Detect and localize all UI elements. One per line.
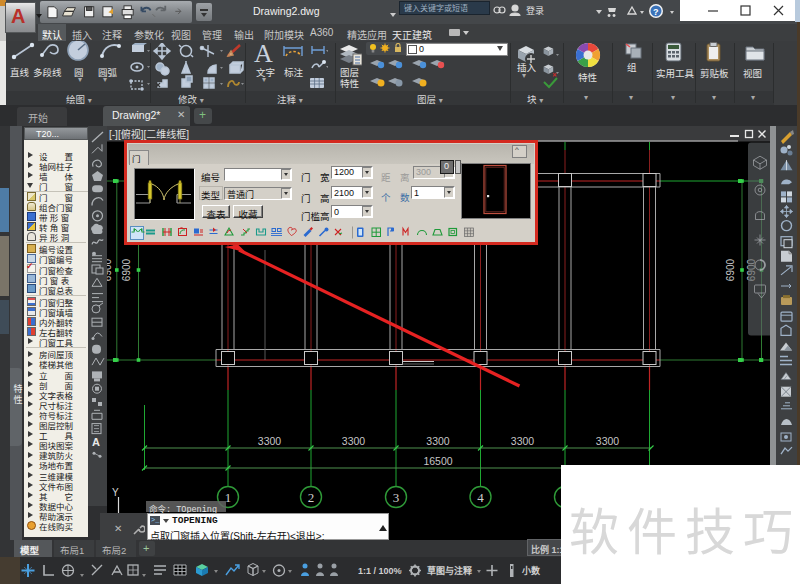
svg-text:3300: 3300 <box>426 435 450 447</box>
svg-text:3300: 3300 <box>258 435 282 447</box>
svg-text:3300: 3300 <box>342 435 366 447</box>
svg-text:6900: 6900 <box>107 258 113 281</box>
svg-text:小数: 小数 <box>521 565 541 576</box>
svg-text:登录: 登录 <box>526 6 544 16</box>
svg-text:6900: 6900 <box>725 258 736 281</box>
svg-text:草图与注释: 草图与注释 <box>427 565 473 576</box>
svg-text:A: A <box>92 436 100 448</box>
svg-text:3: 3 <box>393 490 400 505</box>
svg-text:?: ? <box>653 7 659 17</box>
svg-text:3300: 3300 <box>511 435 535 447</box>
svg-text:4: 4 <box>477 490 484 505</box>
svg-text:Y: Y <box>112 487 119 498</box>
svg-text:1:1 / 100%: 1:1 / 100% <box>358 566 402 576</box>
svg-text:2: 2 <box>308 490 315 505</box>
svg-text:6900: 6900 <box>121 258 132 281</box>
svg-text:16500: 16500 <box>423 455 452 467</box>
svg-text:3300: 3300 <box>596 435 620 447</box>
svg-text:[-][俯视][二维线框]: [-][俯视][二维线框] <box>109 128 189 140</box>
